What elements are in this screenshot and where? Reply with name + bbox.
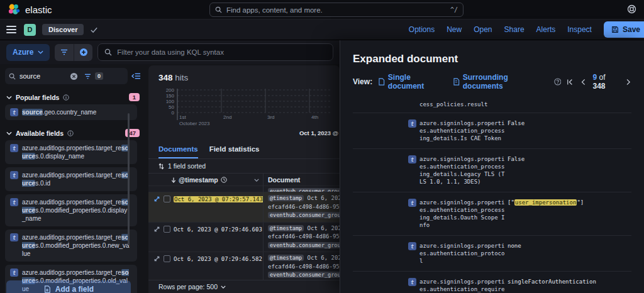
field-filter-count-badge: 0: [95, 72, 103, 80]
time-range-label: Oct 1, 2023 @: [156, 130, 340, 136]
field-name: azure.signinlogs.properties.authenticati…: [419, 155, 505, 185]
sidebar-scrollbar[interactable]: [128, 113, 130, 245]
text-field-token-icon: t: [10, 144, 18, 152]
global-search[interactable]: ^/: [209, 3, 464, 17]
field-row[interactable]: t azure.signinlogs.properties.authentica…: [353, 149, 631, 192]
view-label: View:: [353, 77, 372, 86]
brand-name: elastic: [25, 4, 52, 15]
first-page-icon[interactable]: [567, 79, 574, 86]
discover-main-panel: 348 hits 200 150 100 50 0 1s: [148, 65, 340, 293]
options-button[interactable]: Options: [409, 25, 435, 34]
table-row[interactable]: Oct 6, 2023 @ 07:29:46.603 @timestamp Oc…: [148, 223, 340, 253]
field-name: azure.signinlogs.properties.authenticati…: [419, 278, 505, 293]
clear-search-icon[interactable]: [70, 72, 78, 80]
filter-icon[interactable]: [55, 44, 74, 61]
field-item[interactable]: t azure.auditlogs.properties.target_reso…: [5, 167, 137, 191]
field-filter-icon[interactable]: [84, 74, 91, 79]
data-view-picker[interactable]: Azure: [6, 44, 50, 61]
share-button[interactable]: Share: [504, 25, 525, 34]
tab-field-statistics[interactable]: Field statistics: [209, 145, 260, 158]
space-avatar[interactable]: D: [24, 24, 36, 36]
text-field-token-icon: t: [10, 108, 18, 116]
chevron-down-icon: [221, 285, 226, 289]
single-document-link[interactable]: Single document: [378, 73, 447, 91]
histogram-chart[interactable]: 200 150 100 50 0 1st October 2023 2nd 3r…: [148, 84, 340, 136]
hits-value: 348: [158, 73, 173, 82]
row-checkbox[interactable]: [164, 196, 170, 202]
text-field-token-icon: t: [408, 278, 416, 286]
hits-counter: 348 hits: [148, 65, 340, 84]
sort-fields-icon: [158, 163, 164, 170]
expand-document-icon[interactable]: [153, 196, 160, 202]
field-search-input[interactable]: [19, 72, 66, 80]
tab-documents[interactable]: Documents: [158, 145, 198, 158]
save-button[interactable]: Save: [604, 21, 644, 38]
add-field-icon: [43, 285, 51, 293]
menu-icon[interactable]: [6, 26, 16, 33]
field-row[interactable]: t azure.signinlogs.properties.authentica…: [353, 236, 631, 272]
document-column-header[interactable]: Document: [263, 174, 340, 186]
timestamp-column-header[interactable]: @timestamp: [171, 174, 263, 186]
text-field-token-icon: t: [10, 233, 18, 241]
field-item[interactable]: t azure.auditlogs.properties.target_reso…: [5, 194, 137, 226]
alerts-button[interactable]: Alerts: [536, 25, 556, 34]
column-menu-chevron-icon[interactable]: [254, 179, 259, 182]
field-row[interactable]: t azure.signinlogs.properties.authentica…: [353, 113, 631, 149]
y-tick: 200: [166, 87, 175, 93]
row-checkbox[interactable]: [164, 226, 170, 233]
table-row[interactable]: Oct 6, 2023 @ 07:29:57.143 @timestamp Oc…: [148, 192, 340, 223]
help-icon[interactable]: [627, 4, 636, 14]
previous-page-icon[interactable]: [580, 79, 586, 86]
table-row-partial: eventhub.consumer_grou: [148, 186, 340, 192]
field-item[interactable]: t azure.auditlogs.properties.target_reso…: [5, 229, 137, 262]
elastic-logo[interactable]: elastic: [8, 3, 52, 16]
open-button[interactable]: Open: [474, 25, 492, 34]
view-tabs: Documents Field statistics: [148, 139, 340, 159]
field-badge: eventhub.consumer_grou: [268, 242, 340, 248]
info-icon[interactable]: [63, 94, 69, 101]
search-icon: [104, 48, 112, 56]
breadcrumb[interactable]: Discover: [42, 24, 84, 35]
global-header: elastic ^/: [0, 0, 644, 19]
expanded-document-flyout: Expanded document View: Single document …: [340, 40, 644, 293]
expand-document-icon[interactable]: [153, 255, 160, 262]
field-row[interactable]: t azure.signinlogs.properties.authentica…: [353, 192, 631, 236]
rows-per-page-selector[interactable]: Rows per page: 500: [158, 283, 218, 290]
chevron-down-icon: [6, 96, 12, 99]
document-summary: @timestamp Oct 6, 2023 efcafd46-c498-4d8…: [263, 252, 340, 282]
fields-sidebar: 0 Popular fields 1 t source.geo.country_…: [0, 64, 146, 293]
add-filter-icon[interactable]: [74, 44, 92, 61]
text-field-token-icon: t: [408, 119, 416, 128]
sort-desc-icon: [171, 177, 176, 183]
surrounding-documents-link[interactable]: Surrounding documents: [453, 73, 548, 91]
info-icon[interactable]: [67, 130, 74, 136]
field-search[interactable]: 0: [5, 68, 128, 84]
field-name: azure.signinlogs.properties.authenticati…: [419, 199, 505, 229]
search-icon: [215, 6, 222, 13]
document-fields-table: cess_policies.result t azure.signinlogs.…: [353, 99, 631, 293]
global-search-input[interactable]: [226, 6, 446, 14]
help-question-icon[interactable]: [554, 78, 562, 86]
add-field-button[interactable]: Add a field: [6, 280, 131, 293]
new-button[interactable]: New: [447, 25, 462, 34]
text-field-token-icon: t: [408, 155, 416, 163]
search-toolbar: Azure: [0, 40, 340, 64]
table-row[interactable]: Oct 6, 2023 @ 07:29:46.582 @timestamp Oc…: [148, 252, 340, 282]
field-item[interactable]: t azure.auditlogs.properties.target_reso…: [5, 140, 137, 164]
available-fields-header[interactable]: Available fields 47: [6, 129, 140, 137]
field-row[interactable]: t azure.signinlogs.properties.authentica…: [353, 272, 631, 293]
field-item[interactable]: t source.geo.country_name: [5, 104, 137, 120]
kql-search-bar[interactable]: [97, 43, 333, 61]
row-checkbox[interactable]: [164, 255, 170, 262]
collapse-sidebar-icon[interactable]: [131, 72, 141, 80]
next-page-icon[interactable]: [626, 79, 631, 86]
elastic-logo-icon: [8, 3, 20, 16]
expand-document-icon[interactable]: [153, 226, 160, 233]
popular-fields-header[interactable]: Popular fields 1: [6, 93, 140, 101]
kql-input[interactable]: [117, 48, 326, 56]
document-icon: [378, 78, 385, 86]
sort-summary[interactable]: 1 field sorted: [148, 159, 340, 174]
text-field-token-icon: t: [10, 268, 18, 277]
inspect-button[interactable]: Inspect: [567, 25, 592, 34]
document-summary: @timestamp Oct 6, 2023 efcafd46-c498-4d8…: [263, 192, 340, 222]
